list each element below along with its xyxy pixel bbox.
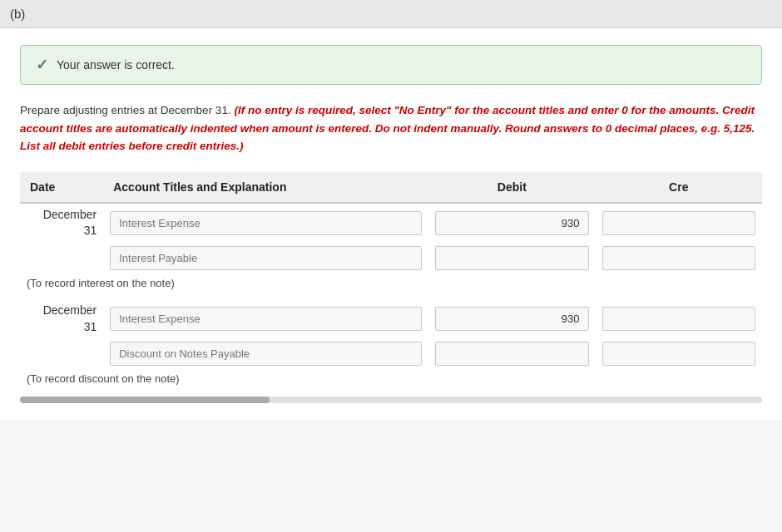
instructions: Prepare adjusting entries at December 31… — [20, 101, 762, 155]
credit-input-0-1[interactable] — [602, 246, 755, 270]
account-input-1-1[interactable] — [110, 342, 422, 366]
debit-cell-1-0 — [428, 299, 595, 338]
note-text-0: (To record interest on the note) — [20, 273, 762, 293]
debit-cell-0-1 — [428, 243, 595, 273]
debit-input-0-1[interactable] — [435, 246, 588, 270]
content-area: ✓ Your answer is correct. Prepare adjust… — [0, 28, 782, 420]
spacer-row — [20, 293, 762, 299]
account-input-0-1[interactable] — [110, 246, 422, 270]
debit-cell-0-0 — [428, 203, 595, 243]
account-cell-1-0 — [103, 299, 428, 338]
scrollbar-thumb[interactable] — [20, 397, 270, 403]
account-input-0-0[interactable] — [110, 211, 422, 235]
credit-cell-0-0 — [596, 203, 762, 243]
account-cell-1-1 — [103, 338, 428, 369]
account-cell-0-1 — [103, 243, 428, 273]
horizontal-scrollbar[interactable] — [20, 397, 762, 403]
header-date: Date — [20, 172, 103, 203]
credit-cell-1-1 — [596, 338, 762, 369]
credit-cell-0-1 — [596, 243, 762, 273]
credit-cell-1-0 — [596, 299, 762, 338]
credit-input-0-0[interactable] — [602, 211, 755, 235]
table-row — [20, 338, 762, 369]
page-label-text: (b) — [10, 7, 25, 21]
debit-cell-1-1 — [428, 338, 595, 369]
date-cell-1: December31 — [20, 299, 103, 338]
success-message: Your answer is correct. — [57, 58, 175, 71]
note-row-0: (To record interest on the note) — [20, 273, 762, 293]
debit-input-1-0[interactable] — [435, 307, 588, 331]
debit-input-0-0[interactable] — [435, 211, 588, 235]
account-cell-0-0 — [103, 203, 428, 243]
header-debit: Debit — [428, 172, 595, 203]
table-header-row: Date Account Titles and Explanation Debi… — [20, 172, 762, 203]
date-cell-0 — [20, 243, 103, 273]
success-banner: ✓ Your answer is correct. — [20, 45, 762, 85]
header-account: Account Titles and Explanation — [103, 172, 428, 203]
note-row-1: (To record discount on the note) — [20, 369, 762, 388]
date-cell-1 — [20, 338, 103, 369]
table-row: December31 — [20, 203, 762, 243]
table-row — [20, 243, 762, 273]
journal-table: Date Account Titles and Explanation Debi… — [20, 172, 762, 388]
note-text-1: (To record discount on the note) — [20, 369, 762, 388]
debit-input-1-1[interactable] — [435, 342, 588, 366]
account-input-1-0[interactable] — [110, 307, 422, 331]
date-cell-0: December31 — [20, 203, 103, 243]
check-icon: ✓ — [36, 56, 48, 74]
table-row: December31 — [20, 299, 762, 338]
credit-input-1-0[interactable] — [602, 307, 755, 331]
header-credit: Cre — [596, 172, 762, 203]
instructions-prefix: Prepare adjusting entries at December 31… — [20, 104, 234, 116]
credit-input-1-1[interactable] — [602, 342, 755, 366]
page-label: (b) — [0, 0, 782, 28]
